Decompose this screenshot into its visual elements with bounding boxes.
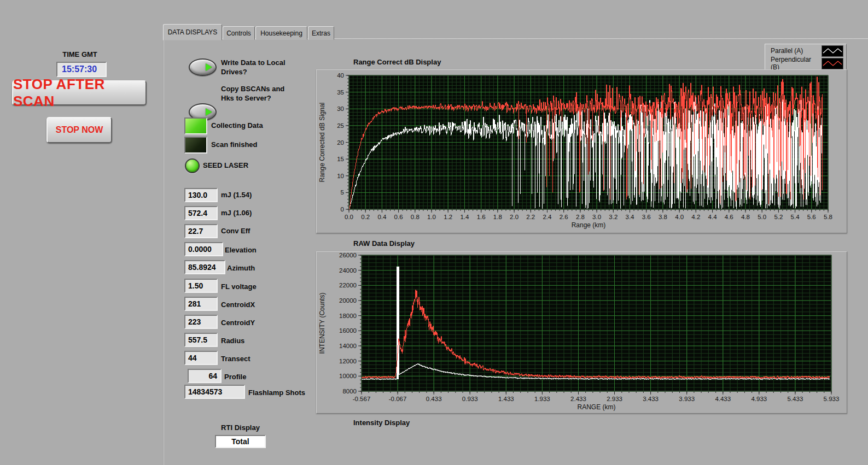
svg-text:1.8: 1.8 bbox=[493, 214, 502, 220]
tab-data-displays[interactable]: DATA DISPLAYS bbox=[163, 24, 222, 40]
svg-text:0.6: 0.6 bbox=[394, 214, 403, 220]
svg-text:20000: 20000 bbox=[339, 297, 357, 304]
svg-text:22000: 22000 bbox=[339, 282, 357, 289]
raw-data-chart[interactable]: -0.567-0.0670.4330.9331.4331.9332.4332.9… bbox=[317, 252, 846, 412]
svg-text:1.2: 1.2 bbox=[444, 214, 452, 220]
flashlamp-shots-label: Flashlamp Shots bbox=[248, 389, 305, 397]
legend-row-parallel: Parallel (A) bbox=[765, 45, 846, 57]
svg-text:4.6: 4.6 bbox=[725, 214, 733, 220]
range-correct-chart[interactable]: 0.00.20.40.60.81.01.21.41.61.82.02.22.42… bbox=[317, 70, 846, 232]
tab-extras[interactable]: Extras bbox=[308, 26, 334, 40]
svg-text:INTENSITY (Counts): INTENSITY (Counts) bbox=[318, 293, 326, 354]
profile-label: Profile bbox=[224, 373, 246, 381]
azimuth-field[interactable]: 85.8924 bbox=[184, 260, 225, 274]
svg-text:8000: 8000 bbox=[342, 388, 357, 395]
svg-text:2.433: 2.433 bbox=[570, 396, 586, 402]
time-gmt-label: TIME GMT bbox=[57, 50, 103, 58]
svg-text:3.933: 3.933 bbox=[679, 396, 695, 402]
radius-field[interactable]: 557.5 bbox=[184, 333, 218, 347]
svg-text:5.8: 5.8 bbox=[824, 214, 832, 220]
svg-text:5.6: 5.6 bbox=[807, 214, 816, 220]
svg-text:30: 30 bbox=[337, 105, 344, 112]
svg-text:40: 40 bbox=[337, 72, 344, 79]
conv-eff-field[interactable]: 22.7 bbox=[184, 224, 218, 238]
svg-text:2.0: 2.0 bbox=[510, 214, 519, 220]
svg-text:4.4: 4.4 bbox=[708, 214, 718, 220]
svg-text:3.4: 3.4 bbox=[626, 214, 635, 220]
svg-text:2.4: 2.4 bbox=[543, 214, 552, 220]
plot-legend[interactable]: Parallel (A) Perpendicular (B) bbox=[765, 44, 847, 70]
svg-text:3.433: 3.433 bbox=[643, 396, 659, 402]
transect-label: Transect bbox=[221, 355, 250, 363]
svg-text:1.6: 1.6 bbox=[477, 214, 486, 220]
legend-parallel-swatch bbox=[822, 45, 843, 57]
centroidx-field[interactable]: 281 bbox=[184, 297, 218, 311]
svg-text:2.6: 2.6 bbox=[560, 214, 568, 220]
svg-text:5.933: 5.933 bbox=[824, 396, 840, 402]
tab-housekeeping[interactable]: Housekeeping bbox=[255, 26, 307, 40]
tab-controls[interactable]: Controls bbox=[223, 26, 255, 40]
scan-finished-led bbox=[184, 137, 207, 154]
azimuth-label: Azimuth bbox=[227, 264, 255, 272]
flashlamp-shots-field[interactable]: 14834573 bbox=[184, 385, 245, 399]
svg-text:35: 35 bbox=[337, 89, 344, 96]
centroidy-field[interactable]: 223 bbox=[184, 315, 218, 329]
svg-text:12000: 12000 bbox=[339, 358, 357, 364]
svg-text:2.933: 2.933 bbox=[607, 396, 622, 402]
write-data-toggle[interactable] bbox=[189, 58, 217, 76]
seed-laser-led bbox=[185, 158, 200, 173]
rti-display-label: RTI Display bbox=[215, 423, 266, 432]
mj-154-field[interactable]: 130.0 bbox=[184, 188, 218, 202]
stop-now-button[interactable]: STOP NOW bbox=[46, 117, 112, 143]
svg-text:1.433: 1.433 bbox=[498, 396, 514, 402]
svg-text:20: 20 bbox=[337, 139, 344, 146]
copy-bscans-label: Copy BSCANs andHks to Server? bbox=[221, 84, 284, 103]
legend-perpendicular-label: Perpendicular (B) bbox=[771, 56, 822, 71]
svg-text:26000: 26000 bbox=[339, 252, 357, 258]
transect-field[interactable]: 44 bbox=[184, 351, 218, 365]
svg-text:5.433: 5.433 bbox=[788, 396, 803, 402]
legend-parallel-label: Parallel (A) bbox=[771, 47, 803, 55]
svg-text:0.8: 0.8 bbox=[411, 214, 420, 220]
profile-field[interactable]: 64 bbox=[188, 369, 222, 383]
svg-text:4.0: 4.0 bbox=[675, 214, 684, 220]
svg-text:0.433: 0.433 bbox=[426, 396, 442, 402]
svg-text:4.8: 4.8 bbox=[741, 214, 750, 220]
svg-text:0: 0 bbox=[341, 206, 344, 213]
rti-display-combo[interactable]: Total bbox=[215, 435, 266, 448]
mj-106-field[interactable]: 572.4 bbox=[184, 206, 218, 220]
legend-perpendicular-swatch bbox=[822, 58, 843, 69]
intensity-display-label: Intensity Display bbox=[353, 419, 410, 427]
elevation-field[interactable]: 0.0000 bbox=[184, 242, 223, 256]
svg-text:-0.567: -0.567 bbox=[353, 396, 371, 402]
stop-after-scan-button[interactable]: STOP AFTER SCAN bbox=[12, 80, 147, 105]
svg-text:10000: 10000 bbox=[339, 373, 357, 379]
scan-finished-label: Scan finished bbox=[211, 140, 258, 149]
svg-text:25: 25 bbox=[337, 122, 344, 129]
raw-data-display-label: RAW Data Display bbox=[353, 239, 415, 248]
mj-106-label: mJ (1.06) bbox=[221, 209, 252, 217]
elevation-label: Elevation bbox=[225, 246, 257, 254]
svg-text:0.2: 0.2 bbox=[361, 214, 370, 220]
collecting-data-label: Collecting Data bbox=[211, 121, 263, 130]
fl-voltage-field[interactable]: 1.50 bbox=[184, 279, 218, 293]
mj-154-label: mJ (1.54) bbox=[221, 191, 252, 199]
svg-text:3.2: 3.2 bbox=[609, 214, 617, 220]
svg-text:14000: 14000 bbox=[339, 343, 357, 349]
svg-text:Range (km): Range (km) bbox=[572, 221, 606, 229]
svg-text:16000: 16000 bbox=[339, 327, 357, 334]
svg-text:1.0: 1.0 bbox=[427, 214, 436, 220]
seed-laser-label: SEED LASER bbox=[203, 161, 248, 169]
svg-text:3.6: 3.6 bbox=[642, 214, 651, 220]
svg-text:5: 5 bbox=[341, 189, 344, 196]
svg-text:4.433: 4.433 bbox=[715, 396, 731, 402]
svg-text:1.4: 1.4 bbox=[460, 214, 469, 220]
svg-text:4.933: 4.933 bbox=[751, 396, 767, 402]
write-data-label: Write Data to LocalDrives? bbox=[221, 58, 286, 76]
range-correct-display-label: Range Correct dB Display bbox=[353, 58, 441, 66]
centroidx-label: CentroidX bbox=[221, 301, 255, 309]
radius-label: Radius bbox=[221, 337, 244, 345]
fl-voltage-label: FL voltage bbox=[221, 282, 257, 291]
svg-text:0.4: 0.4 bbox=[377, 214, 387, 220]
legend-row-perpendicular: Perpendicular (B) bbox=[765, 57, 846, 69]
